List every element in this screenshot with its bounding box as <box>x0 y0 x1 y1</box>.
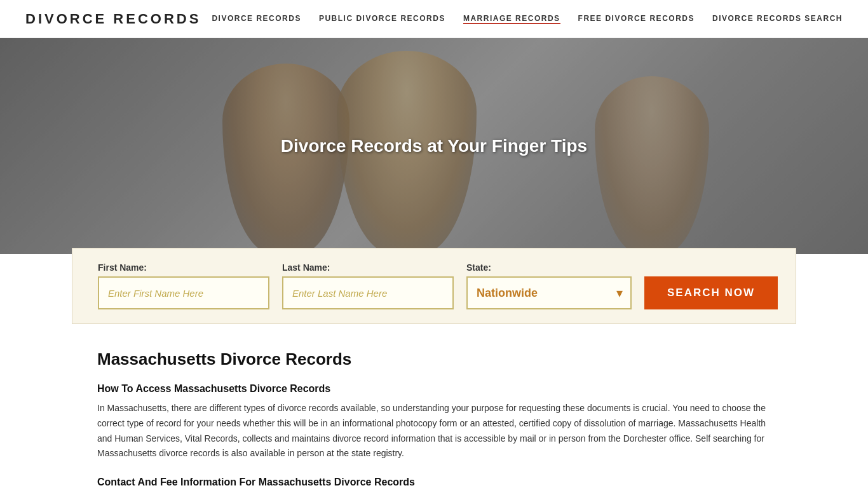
last-name-field: Last Name: <box>282 262 454 309</box>
search-now-button[interactable]: SEARCH NOW <box>644 276 778 309</box>
section-2-heading: Contact And Fee Information For Massachu… <box>97 477 771 488</box>
hero-section: Divorce Records at Your Finger Tips <box>0 38 868 254</box>
state-label: State: <box>466 262 632 273</box>
nav-free-divorce-records[interactable]: FREE DIVORCE RECORDS <box>578 14 695 24</box>
site-logo[interactable]: DIVORCE RECORDS <box>25 11 201 27</box>
last-name-input[interactable] <box>282 276 454 309</box>
state-field: State: Nationwide Alabama Alaska Arizona… <box>466 262 632 309</box>
hero-overlay: Divorce Records at Your Finger Tips <box>0 38 868 254</box>
content-main-heading: Massachusetts Divorce Records <box>97 349 771 369</box>
hero-title: Divorce Records at Your Finger Tips <box>281 136 587 156</box>
nav-divorce-records[interactable]: DIVORCE RECORDS <box>212 14 301 24</box>
site-header: DIVORCE RECORDS DIVORCE RECORDS PUBLIC D… <box>0 0 868 38</box>
main-nav: DIVORCE RECORDS PUBLIC DIVORCE RECORDS M… <box>212 14 843 24</box>
nav-divorce-records-search[interactable]: DIVORCE RECORDS SEARCH <box>712 14 843 24</box>
nav-public-divorce-records[interactable]: PUBLIC DIVORCE RECORDS <box>319 14 445 24</box>
state-select[interactable]: Nationwide Alabama Alaska Arizona Califo… <box>466 276 632 309</box>
last-name-label: Last Name: <box>282 262 454 273</box>
main-content: Massachusetts Divorce Records How To Acc… <box>72 349 796 488</box>
first-name-field: First Name: <box>98 262 269 309</box>
first-name-label: First Name: <box>98 262 269 273</box>
nav-marriage-records[interactable]: MARRIAGE RECORDS <box>463 14 560 24</box>
section-1-heading: How To Access Massachusetts Divorce Reco… <box>97 383 771 395</box>
first-name-input[interactable] <box>98 276 269 309</box>
state-select-wrapper: Nationwide Alabama Alaska Arizona Califo… <box>466 276 632 309</box>
search-form: First Name: Last Name: State: Nationwide… <box>72 248 796 324</box>
section-1-body: In Massachusetts, there are different ty… <box>97 401 771 461</box>
